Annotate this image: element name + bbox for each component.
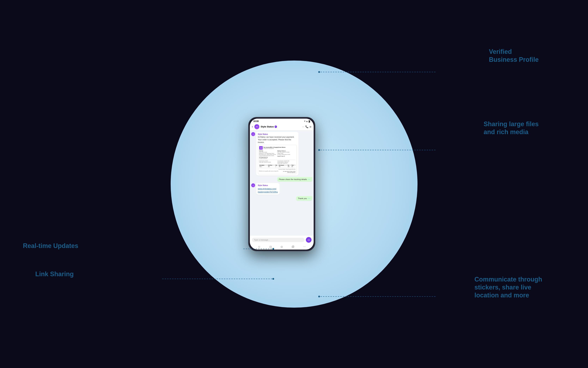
sender-name-2: Style Status [258, 184, 278, 186]
invoice-from: Sold By: Style Status Limited Building N… [259, 150, 277, 159]
emoji-icon[interactable]: ☺ [258, 245, 261, 248]
chat-body: SS Style Status Hi Rahul, we have receiv… [250, 130, 314, 235]
thankyou-text: Thank you [298, 197, 307, 199]
annotation-verified-business: Verified Business Profile [489, 48, 539, 64]
svg-point-0 [261, 147, 261, 147]
invoice-table: Description Unit Price Qty Net Amount Ta… [259, 165, 296, 167]
sender-name-1: Style Status [258, 133, 297, 135]
received-message-1: SS Style Status Hi Rahul, we have receiv… [251, 132, 312, 176]
avatar: SS [255, 124, 259, 129]
annotation-sharing-text: Sharing large files and rich media [484, 120, 539, 136]
battery-icon: ▓ [308, 120, 310, 122]
bubble-received-1: Style Status Hi Rahul, we have received … [256, 132, 298, 176]
annotation-realtime: Real-time Updates [23, 242, 78, 250]
more-icon[interactable]: ··· [303, 245, 306, 248]
annotation-sharing-files: Sharing large files and rich media [484, 120, 539, 136]
chat-header: ‹ SS Style Status ✓ ··· 📞 ⊕ [250, 123, 314, 130]
status-icons: ▾ ▲ ▓ [304, 120, 310, 122]
chat-name: Style Status ✓ [261, 125, 301, 128]
wifi-icon: ▾ [304, 120, 305, 122]
invoice-address: Mailing Address: 402, Hara, Landmark Com… [278, 150, 296, 159]
annotation-verified-text: Verified Business Profile [489, 48, 539, 64]
received-message-link: SS Style Status www.stylestatus.com/trac… [251, 183, 312, 195]
bubble-thankyou: Thank you ✓✓ [296, 196, 312, 201]
annotation-realtime-text: Real-time Updates [23, 242, 78, 250]
header-action-icons: ··· 📞 ⊕ [302, 125, 312, 128]
contact-name: Style Status [261, 125, 274, 128]
annotation-link-text: Link Sharing [35, 270, 74, 278]
double-tick-2: ✓✓ [308, 197, 310, 199]
invoice-signature: For Style Status Private LimitedAuthoris… [283, 171, 295, 173]
sender-avatar-1: SS [251, 132, 255, 136]
verified-badge-icon: ✓ [274, 126, 277, 128]
camera-icon[interactable]: ⊙ [281, 245, 283, 248]
invoice-declaration: Whether tax is payable under reverse cha… [259, 171, 278, 173]
phone-frame: 10:00 ▾ ▲ ▓ ‹ SS Style Status ✓ ··· 📞 [248, 117, 315, 251]
invoice-amount: Amount in Words: Three Hundred Fifty Two [259, 169, 296, 170]
tracking-request-text: Please share the tracking details [279, 178, 307, 180]
invoice-attachment[interactable]: Tax Invoice/Bill of Supply/Cash Memo (Or… [258, 145, 297, 174]
double-tick-1: ✓✓ [308, 178, 310, 180]
signal-icon: ▲ [306, 120, 308, 122]
status-time: 10:00 [253, 120, 259, 122]
annotation-communicate: Communicate through stickers, share live… [474, 275, 542, 299]
bubble-sent-tracking: Please share the tracking details ✓✓ [277, 177, 312, 182]
invoice-order-info: Order Number: #RX13 Order Date: 2019-03-… [259, 160, 277, 164]
send-button[interactable]: ⊡ [306, 237, 312, 243]
annotation-communicate-text: Communicate through stickers, share live… [474, 275, 542, 299]
invoice-invoice-info: Invoice Number: 312347-7281 Invoice Deta… [278, 160, 296, 164]
back-button[interactable]: ‹ [252, 125, 253, 129]
message-text-1: Hi Rahul, we have received your payment.… [258, 136, 297, 144]
invoice-logo [259, 146, 263, 150]
chat-input-bar: Type a message... ⊡ [250, 235, 314, 244]
status-bar: 10:00 ▾ ▲ ▓ [250, 119, 314, 123]
message-input[interactable]: Type a message... [252, 238, 305, 242]
video-icon[interactable]: ⊕ [309, 125, 312, 128]
sender-avatar-2: SS [251, 183, 255, 187]
invoice-subtitle: (Original for Recipient) [263, 148, 286, 149]
sticker-icon[interactable]: ⊡ [269, 245, 272, 248]
invoice-title: Tax Invoice/Bill of Supply/Cash Memo [263, 147, 286, 148]
annotation-link-sharing: Link Sharing [35, 270, 74, 278]
sent-message-thankyou: Thank you ✓✓ [251, 196, 312, 201]
bubble-received-link: Style Status www.stylestatus.com/trackmy… [256, 183, 280, 195]
bottom-toolbar: ☺ ⊡ ⊙ @ ··· [250, 244, 314, 249]
mention-icon[interactable]: @ [292, 245, 294, 248]
call-icon[interactable]: 📞 [305, 125, 308, 128]
input-placeholder: Type a message... [254, 239, 270, 241]
dots-icon: ··· [302, 125, 304, 128]
tracking-link[interactable]: www.stylestatus.com/trackmyorder/7b723fn… [258, 188, 278, 193]
sent-message-tracking: Please share the tracking details ✓✓ [251, 177, 312, 182]
